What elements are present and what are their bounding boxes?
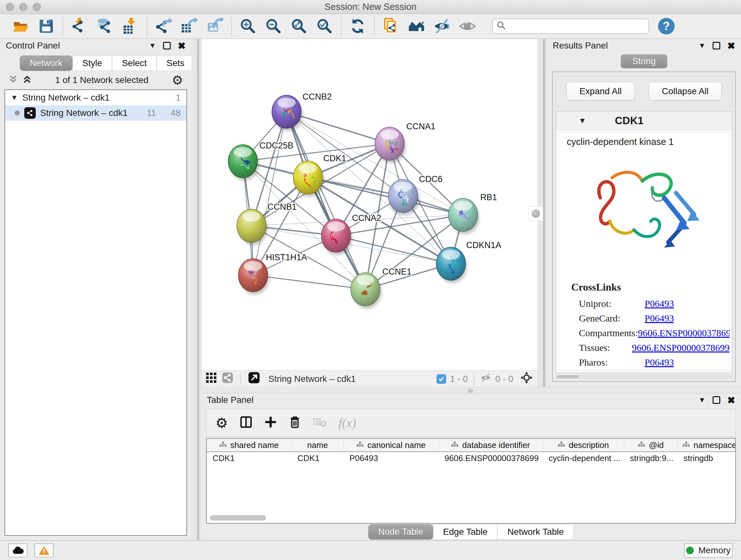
table-panel-menu-icon[interactable]: ▼: [698, 396, 705, 404]
node-CCNB1[interactable]: [237, 209, 268, 245]
results-panel-close-button[interactable]: ✖: [727, 40, 735, 51]
tab-select[interactable]: Select: [112, 56, 157, 71]
delete-column-trash-icon[interactable]: [288, 415, 301, 430]
tab-edge-table[interactable]: Edge Table: [433, 524, 497, 540]
tab-sets[interactable]: Sets: [157, 56, 194, 71]
splitter-handle[interactable]: [468, 388, 473, 393]
table-cell[interactable]: P06493: [344, 452, 439, 464]
eye-gray-button[interactable]: [457, 16, 478, 36]
grid-view-icon[interactable]: [206, 372, 217, 385]
node-CDK1[interactable]: [293, 161, 324, 197]
save-session-button[interactable]: [36, 16, 57, 36]
results-panel-menu-icon[interactable]: ▼: [698, 42, 705, 50]
zoom-selected-button[interactable]: [314, 16, 335, 36]
zoom-in-button[interactable]: [238, 16, 259, 36]
crosslink-link[interactable]: P06493: [645, 298, 674, 309]
clone-network-button[interactable]: [381, 16, 401, 36]
network-options-gear-icon[interactable]: ⚙: [172, 73, 183, 87]
import-network-from-database-button[interactable]: [94, 16, 116, 36]
export-network-button[interactable]: [153, 16, 174, 36]
network-collection-row[interactable]: ▼ String Network – cdk1 1: [5, 90, 186, 105]
table-cell[interactable]: stringdb:9...: [624, 452, 678, 464]
crosslink-link[interactable]: P06493: [645, 357, 674, 368]
import-table-from-file-button[interactable]: [120, 16, 141, 36]
control-panel-close-button[interactable]: ✖: [178, 40, 186, 51]
column-header-description[interactable]: description: [543, 439, 624, 451]
tab-network[interactable]: Network: [20, 56, 72, 71]
tree-expand-icon[interactable]: ▼: [11, 94, 18, 102]
crosslink-link[interactable]: P06493: [645, 313, 674, 324]
expand-all-tree-icon[interactable]: [22, 74, 32, 86]
section-collapse-icon[interactable]: ▼: [579, 116, 586, 125]
table-settings-gear-icon[interactable]: ⚙: [215, 415, 228, 431]
zoom-out-button[interactable]: [263, 16, 284, 36]
node-table[interactable]: shared namenamecanonical namedatabase id…: [206, 438, 736, 523]
node-CCNB2[interactable]: [272, 95, 303, 131]
collapse-all-tree-icon[interactable]: [8, 74, 18, 86]
export-table-button[interactable]: [179, 16, 200, 36]
node-CCNA1[interactable]: [375, 127, 406, 163]
table-horizontal-scrollbar[interactable]: [210, 515, 266, 520]
results-scrollbar[interactable]: [556, 375, 732, 379]
open-in-window-icon[interactable]: [248, 372, 260, 386]
tab-network-table[interactable]: Network Table: [497, 524, 574, 540]
node-CCNE1[interactable]: [351, 273, 382, 309]
houses-button[interactable]: [406, 16, 427, 36]
divider-handle[interactable]: [529, 206, 543, 221]
table-cell[interactable]: CDK1: [292, 452, 344, 464]
cloud-button[interactable]: [8, 543, 27, 557]
crosslink-link[interactable]: 9606.ENSP00000378699: [638, 327, 730, 338]
eye-slash-blue-button[interactable]: [431, 16, 453, 36]
column-header-shared-name[interactable]: shared name: [207, 439, 292, 451]
show-columns-icon[interactable]: [239, 415, 253, 430]
table-cell[interactable]: cyclin-dependent ...: [543, 452, 624, 464]
expand-all-button[interactable]: Expand All: [566, 82, 635, 101]
share-view-icon[interactable]: [222, 372, 233, 386]
add-column-plus-icon[interactable]: [264, 416, 277, 430]
network-view-title: String Network – cdk1: [268, 374, 356, 384]
help-button[interactable]: ?: [658, 18, 675, 35]
table-panel-close-button[interactable]: ✖: [727, 395, 735, 406]
node-RB1[interactable]: [448, 198, 479, 234]
tab-string[interactable]: String: [621, 54, 667, 68]
column-header--id[interactable]: @id: [624, 439, 678, 451]
node-CDC25B[interactable]: [228, 145, 259, 181]
control-panel-float-button[interactable]: [163, 42, 171, 50]
table-cell[interactable]: stringdb: [678, 452, 735, 464]
node-CCNA2[interactable]: [321, 219, 352, 255]
column-header-name[interactable]: name: [292, 439, 344, 451]
fit-selected-crosshair-icon[interactable]: [520, 371, 533, 386]
node-HIST1H1A[interactable]: [239, 259, 269, 295]
collapse-all-button[interactable]: Collapse All: [649, 82, 722, 101]
export-image-button[interactable]: [204, 16, 225, 36]
warning-button[interactable]: [35, 543, 54, 557]
zoom-fit-content-button[interactable]: [288, 16, 310, 36]
table-cell[interactable]: CDK1: [207, 452, 292, 464]
table-cell[interactable]: 9606.ENSP00000378699: [439, 452, 543, 464]
network-row-selected[interactable]: String Network – cdk1 11 48: [5, 105, 186, 121]
search-box[interactable]: [492, 18, 649, 34]
column-header-namespace[interactable]: namespace: [678, 439, 735, 451]
tab-style[interactable]: Style: [72, 56, 112, 71]
horizontal-splitter[interactable]: [201, 387, 741, 393]
network-canvas[interactable]: CCNB2CCNA1CDC25BCDK1CDC6RB1CCNB1CCNA2CDK…: [201, 39, 537, 370]
column-header-database-identifier[interactable]: database identifier: [439, 439, 543, 451]
column-header-canonical-name[interactable]: canonical name: [344, 439, 439, 451]
open-session-button[interactable]: [10, 16, 31, 36]
tab-node-table[interactable]: Node Table: [368, 524, 433, 540]
edge-CCNB2-HIST1H1A[interactable]: [253, 112, 286, 275]
table-panel-float-button[interactable]: [713, 396, 720, 404]
left-panel-divider[interactable]: [192, 39, 201, 540]
table-row[interactable]: CDK1CDK1P064939606.ENSP00000378699cyclin…: [207, 452, 735, 464]
import-network-from-file-button[interactable]: [69, 16, 90, 36]
results-panel-divider[interactable]: [537, 39, 547, 387]
node-CDKN1A[interactable]: [436, 247, 467, 283]
edge-CCNB2-CCNE1[interactable]: [286, 112, 365, 289]
crosslink-link[interactable]: 9606.ENSP00000378699: [632, 342, 730, 353]
memory-button[interactable]: Memory: [684, 543, 733, 558]
refresh-view-button[interactable]: [347, 16, 368, 36]
control-panel-menu-icon[interactable]: ▼: [149, 42, 156, 50]
search-input[interactable]: [509, 21, 645, 31]
results-panel-float-button[interactable]: [713, 42, 720, 50]
edge-CCNE1-HIST1H1A[interactable]: [253, 275, 365, 289]
